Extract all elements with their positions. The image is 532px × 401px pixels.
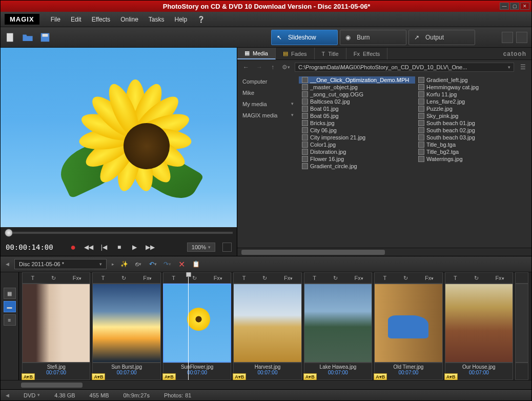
file-item[interactable]: City impression 21.jpg [299,134,415,141]
file-item[interactable]: Boat 05.jpg [299,112,415,119]
menu-effects[interactable]: Effects [87,16,115,23]
tree-mymedia[interactable]: My media▾ [242,101,294,107]
menu-file[interactable]: File [46,16,66,23]
ab-transition-badge[interactable]: A▾B [444,373,458,380]
play-button[interactable]: ▶ [129,242,140,253]
view-tracks-button[interactable]: ≡ [4,314,16,326]
clipboard-icon[interactable]: 📋 [191,259,200,269]
ab-transition-badge[interactable]: A▾B [92,373,105,380]
file-hscroll[interactable] [237,248,531,256]
file-item[interactable]: __One_Click_Optimization_Demo.MPH [299,76,415,84]
toolbar-opt1[interactable] [502,32,513,43]
clip-rotate-icon[interactable]: ↻ [262,275,267,282]
clip-title-btn[interactable]: T [313,275,316,281]
file-item[interactable]: Title_bg.tga [415,141,531,148]
nav-fwd-icon[interactable]: → [255,63,264,72]
new-file-icon[interactable] [5,32,16,43]
menu-online[interactable]: Online [115,16,144,23]
tab-effects[interactable]: FxEffects [346,48,388,59]
disc-combo[interactable]: Disc 2011-05-06 *▾ [14,259,107,269]
redo-button[interactable]: ↷▾ [162,259,172,269]
split-icon[interactable]: ⎋▾ [134,259,143,269]
close-button[interactable]: ✕ [520,3,529,10]
tab-title[interactable]: TTitle [315,48,346,59]
prev-button[interactable]: |◀ [98,242,110,253]
zoom-combo[interactable]: 100%▾ [187,243,215,252]
timeline-hscroll[interactable] [1,380,531,389]
file-item[interactable]: Bricks.jpg [299,119,415,127]
next-disc-icon[interactable]: ▸ [112,262,114,267]
ab-transition-badge[interactable]: A▾B [374,373,387,380]
clip-rotate-icon[interactable]: ↻ [121,275,126,282]
fwd-button[interactable]: ▶▶ [145,242,156,253]
timeline-clip[interactable]: T↻Fx▾SunFlower.jpg00:07:00A▾B [163,272,231,380]
file-item[interactable]: Puzzle.jpg [415,105,531,112]
file-item[interactable]: City 06.jpg [299,127,415,134]
clip-fx-btn[interactable]: Fx▾ [214,275,222,281]
tab-fades[interactable]: ▤Fades [276,48,315,59]
clip-title-btn[interactable]: T [101,275,105,281]
file-item[interactable]: Sky_pink.jpg [415,112,531,119]
clip-fx-btn[interactable]: Fx▾ [425,275,434,281]
file-item[interactable]: Gradient_left.jpg [415,76,531,84]
timeline-clip[interactable]: T↻Fx▾Lake Hawea.jpg00:07:00A▾B [304,272,372,380]
maximize-button[interactable]: ▢ [510,3,519,10]
toolbar-opt2[interactable] [516,32,527,43]
menu-help-icon[interactable]: ❔ [192,16,210,23]
fullscreen-button[interactable] [222,243,232,252]
view-list-icon[interactable]: ☰ [518,63,527,72]
file-item[interactable]: Korfu 11.jpg [415,91,531,98]
file-item[interactable]: Waterrings.jpg [415,155,531,163]
prev-disc-icon[interactable]: ◀ [6,262,9,267]
playhead[interactable] [188,272,189,380]
file-item[interactable]: South beach 02.jpg [415,127,531,134]
timeline-clip[interactable]: T↻Fx▾Harvest.jpg00:07:00A▾B [233,272,301,380]
clip-rotate-icon[interactable]: ↻ [192,275,197,282]
timeline-clip[interactable]: T↻Fx▾Our House.jpg00:07:00A▾B [445,272,513,380]
clip-fx-btn[interactable]: Fx▾ [143,275,152,281]
timeline-clip[interactable]: T↻Fx▾Stefi.jpg00:07:00A▾B [22,272,90,380]
menu-tasks[interactable]: Tasks [144,16,170,23]
view-grid-button[interactable]: ▦ [4,288,16,299]
ab-transition-badge[interactable]: A▾B [22,373,35,380]
seek-knob[interactable] [5,229,13,237]
clip-fx-btn[interactable]: Fx▾ [73,275,81,281]
clip-fx-btn[interactable]: Fx▾ [355,275,363,281]
mode-burn[interactable]: ◉Burn [340,30,406,45]
file-item[interactable]: Boat 01.jpg [299,105,415,112]
delete-button[interactable]: ✕ [177,259,186,269]
file-item[interactable]: Lens_flare2.jpg [415,98,531,105]
tree-computer[interactable]: Computer [242,78,294,85]
file-item[interactable]: _song_cut_ogg.OGG [299,91,415,98]
clip-title-btn[interactable]: T [454,275,457,281]
catooh-logo[interactable]: catooh [498,50,531,57]
file-item[interactable]: Distoration.jpg [299,148,415,155]
minimize-button[interactable]: — [500,3,509,10]
seek-bar[interactable] [1,227,237,238]
clip-title-btn[interactable]: T [172,275,175,281]
clip-fx-btn[interactable]: Fx▾ [284,275,293,281]
save-icon[interactable] [39,32,51,43]
mode-slideshow[interactable]: ↖Slideshow [271,30,338,45]
ab-transition-badge[interactable]: A▾B [303,373,317,380]
timeline-clip[interactable]: T↻Fx▾Old Timer.jpg00:07:00A▾B [374,272,442,380]
clip-title-btn[interactable]: T [242,275,246,281]
ab-transition-badge[interactable]: A▾B [162,373,176,380]
tree-magix[interactable]: MAGIX media▾ [242,112,294,118]
path-field[interactable]: C:\ProgramData\MAGIX\PhotoStory_on_CD_DV… [295,63,514,72]
tree-user[interactable]: Mike [242,90,294,96]
view-strip-button[interactable]: ▬ [4,301,16,312]
menu-edit[interactable]: Edit [66,16,87,23]
record-button[interactable]: ● [68,242,79,253]
undo-button[interactable]: ↶▾ [148,259,157,269]
nav-gear-icon[interactable]: ⚙▾ [281,63,291,72]
file-item[interactable]: Balticsea 02.jpg [299,98,415,105]
nav-up-icon[interactable]: ↑ [268,63,277,72]
file-item[interactable]: _master_object.jpg [299,84,415,91]
rewind-button[interactable]: ◀◀ [83,242,94,253]
ab-transition-badge[interactable]: A▾B [233,373,246,380]
file-item[interactable]: Hemmingway cat.jpg [415,84,531,91]
clip-rotate-icon[interactable]: ↻ [333,275,338,282]
tab-media[interactable]: ▦Media [237,48,276,59]
clip-fx-btn[interactable]: Fx▾ [495,275,504,281]
